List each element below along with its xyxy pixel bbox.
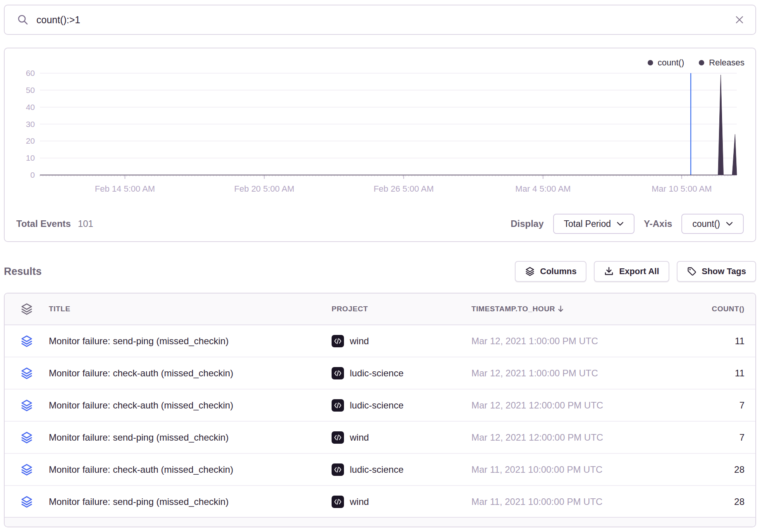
chart-footer: Total Events 101 Display Total Period Y-… bbox=[5, 213, 755, 235]
svg-text:20: 20 bbox=[26, 136, 35, 145]
svg-text:Feb 14 5:00 AM: Feb 14 5:00 AM bbox=[95, 184, 155, 194]
display-dropdown[interactable]: Total Period bbox=[553, 214, 634, 234]
search-input[interactable]: count():>1 bbox=[36, 14, 80, 26]
legend-item-releases[interactable]: Releases bbox=[699, 58, 745, 68]
project-name: ludic-science bbox=[350, 400, 404, 411]
row-timestamp: Mar 12, 2021 1:00:00 PM UTC bbox=[471, 336, 653, 347]
display-label: Display bbox=[511, 218, 543, 229]
search-icon bbox=[17, 14, 29, 26]
download-icon bbox=[604, 266, 614, 276]
legend-item-count[interactable]: count() bbox=[648, 58, 684, 68]
row-title[interactable]: Monitor failure: send-ping (missed_check… bbox=[49, 496, 332, 507]
project-name: wind bbox=[350, 496, 369, 507]
row-title[interactable]: Monitor failure: check-auth (missed_chec… bbox=[49, 400, 332, 411]
row-title[interactable]: Monitor failure: send-ping (missed_check… bbox=[49, 432, 332, 443]
tag-icon bbox=[687, 266, 697, 276]
total-events-label: Total Events bbox=[16, 218, 71, 229]
row-timestamp: Mar 11, 2021 10:00:00 PM UTC bbox=[471, 464, 653, 475]
results-bar: Results Columns Export All Show Tags bbox=[4, 260, 756, 283]
table-row[interactable]: Monitor failure: check-auth (missed_chec… bbox=[5, 357, 755, 390]
yaxis-dropdown-value: count() bbox=[692, 219, 720, 229]
search-bar[interactable]: count():>1 bbox=[4, 5, 756, 35]
svg-text:30: 30 bbox=[26, 120, 35, 129]
stack-layers-icon bbox=[5, 431, 49, 444]
svg-text:60: 60 bbox=[26, 69, 35, 77]
chart-legend: count() Releases bbox=[648, 58, 745, 68]
row-title[interactable]: Monitor failure: send-ping (missed_check… bbox=[49, 336, 332, 347]
project-platform-icon bbox=[332, 335, 344, 347]
row-count: 28 bbox=[653, 464, 755, 475]
display-dropdown-value: Total Period bbox=[564, 219, 611, 229]
table-row[interactable]: Monitor failure: check-auth (missed_chec… bbox=[5, 454, 755, 486]
close-icon[interactable] bbox=[734, 14, 745, 26]
header-layers-icon[interactable] bbox=[5, 303, 49, 315]
results-heading: Results bbox=[4, 266, 42, 278]
column-header-timestamp[interactable]: TIMESTAMP.TO_HOUR bbox=[471, 305, 653, 313]
project-cell: wind bbox=[332, 335, 471, 347]
show-tags-button-label: Show Tags bbox=[702, 266, 746, 276]
row-title[interactable]: Monitor failure: check-auth (missed_chec… bbox=[49, 368, 332, 379]
row-timestamp: Mar 12, 2021 12:00:00 PM UTC bbox=[471, 432, 653, 443]
row-timestamp: Mar 11, 2021 10:00:00 PM UTC bbox=[471, 496, 653, 507]
project-platform-icon bbox=[332, 496, 344, 508]
project-platform-icon bbox=[332, 399, 344, 412]
total-events-value: 101 bbox=[78, 218, 93, 229]
project-name: ludic-science bbox=[350, 368, 404, 379]
legend-dot-releases bbox=[699, 60, 704, 65]
results-actions: Columns Export All Show Tags bbox=[515, 261, 756, 282]
table-row[interactable]: Monitor failure: send-ping (missed_check… bbox=[5, 422, 755, 454]
project-cell: ludic-science bbox=[332, 399, 471, 412]
stack-layers-icon bbox=[5, 463, 49, 476]
columns-button[interactable]: Columns bbox=[515, 261, 586, 282]
svg-text:Feb 26 5:00 AM: Feb 26 5:00 AM bbox=[373, 184, 433, 194]
layers-icon bbox=[525, 266, 535, 276]
table-header: TITLE PROJECT TIMESTAMP.TO_HOUR COUNT() bbox=[5, 293, 755, 325]
table-footer bbox=[5, 517, 755, 527]
column-header-count[interactable]: COUNT() bbox=[653, 305, 755, 313]
show-tags-button[interactable]: Show Tags bbox=[677, 261, 757, 282]
chevron-down-icon bbox=[617, 221, 624, 226]
chevron-down-icon bbox=[726, 221, 733, 226]
project-cell: wind bbox=[332, 431, 471, 444]
svg-text:40: 40 bbox=[26, 103, 35, 112]
sort-desc-icon bbox=[557, 305, 564, 313]
stack-layers-icon bbox=[5, 367, 49, 379]
row-count: 7 bbox=[653, 432, 755, 443]
yaxis-dropdown[interactable]: count() bbox=[681, 214, 744, 234]
project-name: wind bbox=[350, 336, 369, 347]
project-cell: ludic-science bbox=[332, 367, 471, 379]
export-all-button[interactable]: Export All bbox=[594, 261, 669, 282]
table-row[interactable]: Monitor failure: send-ping (missed_check… bbox=[5, 325, 755, 357]
stack-layers-icon bbox=[5, 496, 49, 508]
project-platform-icon bbox=[332, 367, 344, 379]
project-name: wind bbox=[350, 432, 369, 443]
row-timestamp: Mar 12, 2021 1:00:00 PM UTC bbox=[471, 368, 653, 379]
row-timestamp: Mar 12, 2021 12:00:00 PM UTC bbox=[471, 400, 653, 411]
column-header-project[interactable]: PROJECT bbox=[332, 305, 471, 313]
svg-text:Mar 10 5:00 AM: Mar 10 5:00 AM bbox=[652, 184, 712, 194]
project-cell: wind bbox=[332, 496, 471, 508]
svg-text:0: 0 bbox=[30, 170, 35, 179]
row-count: 11 bbox=[653, 368, 755, 379]
columns-button-label: Columns bbox=[540, 266, 576, 276]
row-count: 28 bbox=[653, 496, 755, 507]
table-row[interactable]: Monitor failure: send-ping (missed_check… bbox=[5, 486, 755, 518]
stack-layers-icon bbox=[5, 335, 49, 347]
svg-text:Feb 20 5:00 AM: Feb 20 5:00 AM bbox=[234, 184, 294, 194]
export-all-button-label: Export All bbox=[619, 266, 659, 276]
row-title[interactable]: Monitor failure: check-auth (missed_chec… bbox=[49, 464, 332, 475]
project-platform-icon bbox=[332, 463, 344, 476]
events-chart-panel: count() Releases 0102030405060Feb 14 5:0… bbox=[4, 48, 756, 242]
legend-label-count: count() bbox=[658, 58, 684, 68]
legend-label-releases: Releases bbox=[709, 58, 745, 68]
yaxis-label: Y-Axis bbox=[644, 218, 672, 229]
results-table: TITLE PROJECT TIMESTAMP.TO_HOUR COUNT() … bbox=[4, 293, 756, 527]
svg-text:Mar 4 5:00 AM: Mar 4 5:00 AM bbox=[515, 184, 571, 194]
svg-text:10: 10 bbox=[26, 153, 35, 162]
column-header-title[interactable]: TITLE bbox=[49, 305, 332, 313]
row-count: 7 bbox=[653, 400, 755, 411]
table-body: Monitor failure: send-ping (missed_check… bbox=[5, 325, 755, 518]
legend-dot-count bbox=[648, 60, 653, 65]
svg-text:50: 50 bbox=[26, 86, 35, 94]
table-row[interactable]: Monitor failure: check-auth (missed_chec… bbox=[5, 390, 755, 422]
